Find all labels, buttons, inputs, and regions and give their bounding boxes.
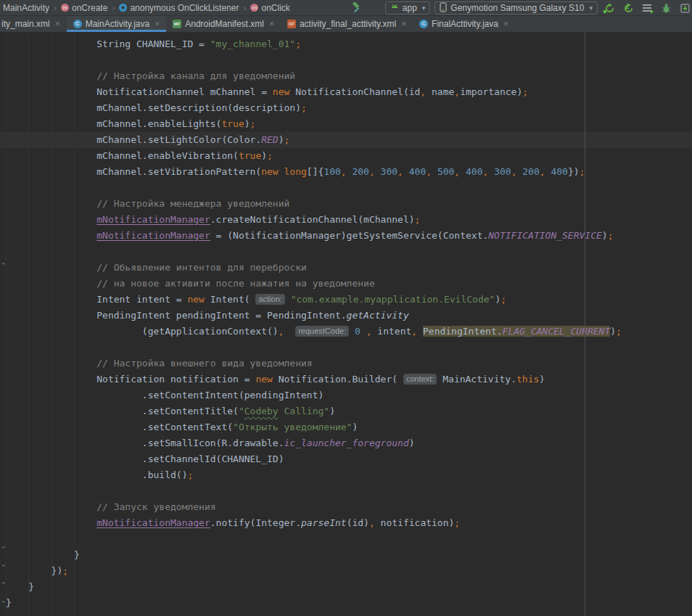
code-line[interactable] xyxy=(0,340,692,356)
code-line[interactable] xyxy=(0,483,692,499)
code-token xyxy=(375,166,381,177)
breadcrumb-item[interactable]: monCreate xyxy=(59,3,109,13)
code-line[interactable]: // Настройка канала для уведомлений xyxy=(0,68,692,84)
tab-close-icon[interactable]: × xyxy=(155,19,160,29)
code-line[interactable]: NotificationChannel mChannel = new Notif… xyxy=(0,84,692,100)
method-icon: m xyxy=(250,4,258,12)
device-selector[interactable]: Genymotion Samsung Galaxy S10 ▾ xyxy=(434,1,598,15)
build-hammer-icon[interactable] xyxy=(349,1,363,15)
code-line[interactable]: PendingIntent pendingIntent = PendingInt… xyxy=(0,308,692,324)
code-line[interactable]: // Настройка менеджера уведомлений xyxy=(0,196,692,212)
code-area: String CHANNEL_ID = "my_channel_01"; // … xyxy=(0,36,692,611)
code-token: 400 xyxy=(466,166,482,177)
code-line[interactable] xyxy=(0,531,692,547)
module-selector[interactable]: app ▾ xyxy=(385,1,431,15)
code-token: 500 xyxy=(437,166,454,177)
code-token: , xyxy=(369,166,375,177)
code-token: , xyxy=(369,517,375,528)
tab-FinalActtivity.java[interactable]: CFinalActtivity.java× xyxy=(413,16,515,32)
debug-icon[interactable] xyxy=(659,1,673,15)
code-line[interactable]: .setSmallIcon(R.drawable.ic_launcher_for… xyxy=(0,435,692,451)
method-icon: m xyxy=(61,4,69,12)
code-line[interactable]: mChannel.setLightColor(Color.RED); xyxy=(0,132,692,148)
code-line[interactable]: (getApplicationContext(), requestCode: 0… xyxy=(0,324,692,340)
code-line[interactable]: mChannel.setVibrationPattern(new long[]{… xyxy=(0,164,692,180)
fold-marker-icon[interactable]: ⌃ xyxy=(1,601,7,607)
device-selector-label: Genymotion Samsung Galaxy S10 xyxy=(450,3,584,13)
breadcrumb-separator-icon: › xyxy=(112,3,115,13)
code-token: .setChannelId(CHANNEL_ID) xyxy=(6,453,284,464)
tab-ity_main.xml[interactable]: ity_main.xml× xyxy=(0,16,67,32)
code-line[interactable]: .setContentTitle("Codeby Calling") xyxy=(0,403,692,419)
code-token: mChannel.setLightColor(Color. xyxy=(6,134,261,145)
code-token: new xyxy=(273,86,289,97)
apply-changes-icon[interactable] xyxy=(602,1,617,15)
code-line[interactable]: Intent intent = new Intent( action: "com… xyxy=(0,292,692,308)
code-line[interactable]: } xyxy=(0,547,692,563)
breadcrumb-item[interactable]: monClick xyxy=(249,3,291,13)
code-token: 400 xyxy=(409,166,426,177)
apply-code-changes-icon[interactable]: A xyxy=(621,1,635,15)
code-token xyxy=(361,326,366,337)
code-line[interactable]: .setContentIntent(pendingIntent) xyxy=(0,387,692,403)
fold-marker-icon[interactable]: ⌃ xyxy=(1,582,7,588)
tab-AndroidManifest.xml[interactable]: MFAndroidManifest.xml× xyxy=(166,16,281,32)
anon-icon xyxy=(119,4,127,12)
attach-debugger-icon[interactable] xyxy=(677,1,692,15)
code-line[interactable]: Notification notification = new Notifica… xyxy=(0,371,692,387)
code-line[interactable] xyxy=(0,180,692,196)
code-line[interactable]: .build(); xyxy=(0,467,692,483)
code-line[interactable]: mChannel.enableLights(true); xyxy=(0,116,692,132)
code-line[interactable]: // на новое активити после нажатия на ув… xyxy=(0,276,692,292)
fold-marker-icon[interactable]: ⌃ xyxy=(1,564,7,571)
code-token: this xyxy=(516,374,539,385)
tab-activity_final_acttivity.xml[interactable]: CFactivity_final_acttivity.xml× xyxy=(281,16,413,32)
code-token: ; xyxy=(301,102,307,113)
code-token: , xyxy=(426,166,432,177)
code-token: new xyxy=(187,294,204,305)
code-line[interactable]: // Настройка внешнего вида уведомления xyxy=(0,356,692,371)
fold-marker-icon[interactable]: ⌃ xyxy=(1,263,7,269)
code-line[interactable]: // Обьявление интентов для переброски xyxy=(0,260,692,276)
code-token: ; xyxy=(415,214,421,225)
code-line[interactable]: .setChannelId(CHANNEL_ID) xyxy=(0,451,692,467)
code-line[interactable]: } xyxy=(0,579,692,595)
code-line[interactable]: mChannel.enableVibration(true); xyxy=(0,148,692,164)
right-margin-guide xyxy=(585,33,585,616)
code-line[interactable]: .setContentText("Открыть уведомление") xyxy=(0,419,692,435)
code-line[interactable]: // Запуск уведомления xyxy=(0,499,692,515)
code-line[interactable] xyxy=(0,52,692,68)
tab-close-icon[interactable]: × xyxy=(269,19,274,29)
code-token: , xyxy=(420,86,426,97)
code-token: []{ xyxy=(307,166,324,177)
code-token: PendingIntent. xyxy=(423,326,503,337)
tab-label: AndroidManifest.xml xyxy=(185,19,264,29)
code-token: ) xyxy=(261,150,267,161)
tab-MainActivity.java[interactable]: CMainActivity.java× xyxy=(67,16,167,32)
chevron-down-icon: ▾ xyxy=(589,4,593,12)
code-line[interactable]: mNotificationManager.notify(Integer.pars… xyxy=(0,515,692,531)
code-line[interactable]: mNotificationManager = (NotificationMana… xyxy=(0,228,692,244)
breadcrumb-item[interactable]: MainActivity xyxy=(1,3,51,13)
breadcrumb-item-label: MainActivity xyxy=(3,3,49,13)
code-line[interactable] xyxy=(0,244,692,260)
code-line[interactable]: String CHANNEL_ID = "my_channel_01"; xyxy=(0,36,692,52)
code-token: , xyxy=(411,326,417,337)
tab-close-icon[interactable]: × xyxy=(503,19,508,29)
code-line[interactable]: } xyxy=(0,595,692,611)
code-token: ; xyxy=(616,326,622,337)
tab-close-icon[interactable]: × xyxy=(55,19,60,29)
code-line[interactable]: mNotificationManager.createNotificationC… xyxy=(0,212,692,228)
code-token: new xyxy=(255,374,272,385)
code-line[interactable]: mChannel.setDescription(description); xyxy=(0,100,692,116)
code-token: ) xyxy=(610,326,616,337)
fold-marker-icon[interactable]: ⌃ xyxy=(1,546,7,553)
run-coverage-icon[interactable] xyxy=(640,1,654,15)
class-icon: C xyxy=(73,20,82,28)
code-token: notification) xyxy=(375,517,455,528)
breadcrumb-item[interactable]: anonymous OnClickListener xyxy=(118,3,240,13)
code-token: // Обьявление интентов для переброски xyxy=(6,262,307,273)
tab-close-icon[interactable]: × xyxy=(401,19,406,29)
code-line[interactable]: }); xyxy=(0,563,692,579)
code-token: NotificationChannel mChannel = xyxy=(6,86,273,97)
